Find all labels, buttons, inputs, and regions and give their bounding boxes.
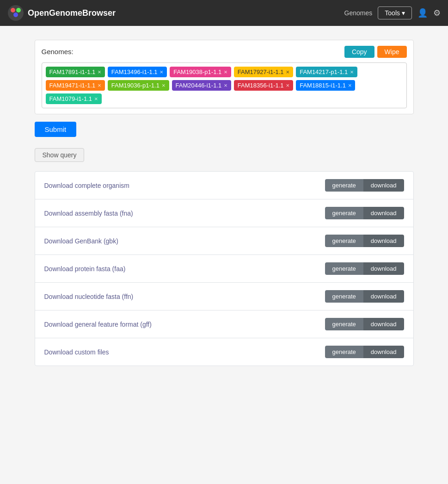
tag-label: FAM13496-i1-1.1 [111, 68, 158, 75]
genome-tag: FAM17891-i1-1.1× [46, 67, 105, 77]
tag-remove-button[interactable]: × [98, 82, 101, 88]
submit-button[interactable]: Submit [35, 122, 77, 137]
tag-label: FAM17927-i1-1.1 [238, 68, 284, 75]
genomes-actions: Copy Wipe [344, 46, 407, 58]
genome-tag: FAM18815-i1-1.1× [296, 80, 355, 91]
nav-genomes-link[interactable]: Genomes [344, 9, 373, 17]
genome-tag: FAM13496-i1-1.1× [108, 67, 167, 77]
copy-button[interactable]: Copy [344, 46, 374, 58]
download-row: Download custom files generate download [35, 338, 413, 366]
main-content: Genomes: Copy Wipe FAM17891-i1-1.1×FAM13… [25, 40, 423, 366]
genomes-section: Genomes: Copy Wipe FAM17891-i1-1.1×FAM13… [35, 40, 414, 114]
download-row-actions: generate download [325, 207, 404, 219]
settings-icon[interactable]: ⚙ [433, 8, 441, 18]
tools-dropdown-icon: ▾ [402, 9, 405, 17]
generate-button[interactable]: generate [325, 262, 363, 275]
tag-remove-button[interactable]: × [224, 82, 227, 88]
tag-label: FAM14217-p1-1.1 [300, 68, 348, 75]
user-icon[interactable]: 👤 [417, 8, 428, 18]
generate-button[interactable]: generate [325, 235, 363, 247]
tag-remove-button[interactable]: × [98, 69, 101, 75]
download-row-actions: generate download [325, 179, 404, 192]
tags-container: FAM17891-i1-1.1×FAM13496-i1-1.1×FAM19038… [42, 62, 407, 108]
genome-tag: FAM20446-i1-1.1× [172, 80, 231, 91]
download-row-actions: generate download [325, 346, 404, 358]
tag-label: FAM19038-p1-1.1 [173, 68, 221, 75]
download-row-label: Download assembly fasta (fna) [44, 210, 133, 217]
tag-remove-button[interactable]: × [94, 96, 98, 102]
download-button[interactable]: download [363, 318, 404, 330]
tools-label: Tools [385, 9, 400, 17]
download-button[interactable]: download [363, 290, 404, 303]
generate-button[interactable]: generate [325, 346, 363, 358]
svg-point-1 [11, 8, 15, 12]
brand: OpenGenomeBrowser [7, 5, 344, 21]
tag-remove-button[interactable]: × [160, 69, 164, 75]
genome-tag: FAM14217-p1-1.1× [296, 67, 357, 77]
brand-name: OpenGenomeBrowser [28, 8, 116, 18]
download-row-label: Download general feature format (gff) [44, 321, 152, 328]
navbar-right: Genomes Tools ▾ 👤 ⚙ [344, 6, 441, 19]
genome-tag: FAM19036-p1-1.1× [108, 80, 169, 91]
tag-remove-button[interactable]: × [286, 82, 290, 88]
download-row-label: Download GenBank (gbk) [44, 237, 118, 245]
tag-label: FAM18815-i1-1.1 [300, 82, 346, 89]
download-button[interactable]: download [363, 179, 404, 192]
genome-tag: FAM1079-i1-1.1× [46, 93, 102, 104]
download-row: Download assembly fasta (fna) generate d… [35, 199, 413, 227]
download-row-actions: generate download [325, 235, 404, 247]
svg-point-3 [13, 12, 18, 17]
tag-label: FAM20446-i1-1.1 [176, 82, 222, 89]
show-query-button[interactable]: Show query [35, 148, 85, 162]
download-row-actions: generate download [325, 318, 404, 330]
genome-tag: FAM19471-i1-1.1× [46, 80, 105, 91]
download-row: Download general feature format (gff) ge… [35, 310, 413, 338]
tools-button[interactable]: Tools ▾ [378, 6, 412, 19]
download-row-actions: generate download [325, 262, 404, 275]
genome-tag: FAM19038-p1-1.1× [170, 67, 231, 77]
tag-label: FAM18356-i1-1.1 [238, 82, 284, 89]
generate-button[interactable]: generate [325, 207, 363, 219]
svg-point-2 [16, 8, 21, 12]
download-row-label: Download complete organism [44, 182, 129, 189]
tag-remove-button[interactable]: × [224, 69, 227, 75]
download-row-label: Download nucleotide fasta (ffn) [44, 293, 134, 300]
download-row-actions: generate download [325, 290, 404, 303]
genome-tag: FAM17927-i1-1.1× [234, 67, 293, 77]
tag-remove-button[interactable]: × [286, 69, 290, 75]
brand-logo [7, 5, 24, 21]
tag-remove-button[interactable]: × [348, 82, 352, 88]
genome-tag: FAM18356-i1-1.1× [234, 80, 293, 91]
tag-label: FAM19471-i1-1.1 [49, 82, 96, 89]
navbar: OpenGenomeBrowser Genomes Tools ▾ 👤 ⚙ [0, 0, 448, 26]
tag-label: FAM17891-i1-1.1 [49, 68, 96, 75]
genomes-label: Genomes: [42, 48, 74, 56]
tag-label: FAM19036-p1-1.1 [111, 82, 160, 89]
tag-label: FAM1079-i1-1.1 [49, 95, 92, 102]
tag-remove-button[interactable]: × [162, 82, 166, 88]
download-row: Download GenBank (gbk) generate download [35, 227, 413, 255]
download-button[interactable]: download [363, 262, 404, 275]
tag-remove-button[interactable]: × [350, 69, 354, 75]
download-row: Download complete organism generate down… [35, 172, 413, 199]
download-table: Download complete organism generate down… [35, 171, 414, 366]
download-button[interactable]: download [363, 346, 404, 358]
download-button[interactable]: download [363, 207, 404, 219]
download-button[interactable]: download [363, 235, 404, 247]
download-row-label: Download custom files [44, 348, 109, 356]
wipe-button[interactable]: Wipe [377, 46, 407, 58]
genomes-header: Genomes: Copy Wipe [42, 46, 407, 58]
download-row: Download nucleotide fasta (ffn) generate… [35, 283, 413, 310]
download-row: Download protein fasta (faa) generate do… [35, 255, 413, 283]
download-row-label: Download protein fasta (faa) [44, 265, 126, 273]
generate-button[interactable]: generate [325, 290, 363, 303]
generate-button[interactable]: generate [325, 179, 363, 192]
generate-button[interactable]: generate [325, 318, 363, 330]
